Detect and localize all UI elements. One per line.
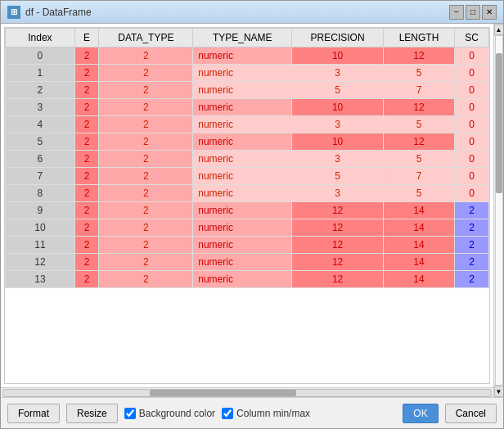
table-row: 522numeric10120 bbox=[6, 133, 489, 151]
cell-e: 2 bbox=[74, 237, 99, 254]
cell-index: 4 bbox=[6, 116, 75, 133]
cell-index: 11 bbox=[6, 237, 75, 254]
cell-type_name: numeric bbox=[193, 254, 292, 271]
cell-type_name: numeric bbox=[193, 47, 292, 65]
minimize-button[interactable]: − bbox=[449, 5, 464, 20]
table-row: 1222numeric12142 bbox=[6, 254, 489, 271]
cell-type_name: numeric bbox=[193, 133, 292, 151]
cell-precision: 3 bbox=[292, 151, 384, 168]
table-row: 922numeric12142 bbox=[6, 202, 489, 219]
cell-e: 2 bbox=[74, 168, 99, 185]
vertical-scrollbar[interactable]: ▲ ▼ bbox=[493, 24, 503, 397]
cell-data_type: 2 bbox=[99, 202, 193, 219]
main-window: ⊞ df - DataFrame − □ ✕ Index E DATA_TYPE bbox=[0, 0, 504, 429]
cell-data_type: 2 bbox=[99, 116, 193, 133]
cell-type_name: numeric bbox=[193, 271, 292, 288]
title-controls[interactable]: − □ ✕ bbox=[449, 5, 497, 20]
cell-e: 2 bbox=[74, 99, 99, 116]
cancel-button[interactable]: Cancel bbox=[445, 404, 497, 423]
cell-precision: 10 bbox=[292, 47, 384, 65]
cell-data_type: 2 bbox=[99, 65, 193, 82]
window-icon: ⊞ bbox=[7, 6, 20, 19]
cell-sc: 0 bbox=[455, 185, 489, 202]
scroll-down-button[interactable]: ▼ bbox=[494, 386, 504, 397]
cell-sc: 0 bbox=[455, 151, 489, 168]
cell-e: 2 bbox=[74, 271, 99, 288]
cell-data_type: 2 bbox=[99, 271, 193, 288]
cell-type_name: numeric bbox=[193, 185, 292, 202]
cell-e: 2 bbox=[74, 47, 99, 65]
table-row: 1322numeric12142 bbox=[6, 271, 489, 288]
cell-precision: 3 bbox=[292, 65, 384, 82]
cell-data_type: 2 bbox=[99, 185, 193, 202]
table-container[interactable]: Index E DATA_TYPE TYPE_NAME PRECISION LE… bbox=[4, 27, 490, 384]
cell-precision: 3 bbox=[292, 116, 384, 133]
cell-index: 1 bbox=[6, 65, 75, 82]
cell-sc: 2 bbox=[455, 254, 489, 271]
cell-data_type: 2 bbox=[99, 237, 193, 254]
table-row: 622numeric350 bbox=[6, 151, 489, 168]
cell-index: 12 bbox=[6, 254, 75, 271]
window-title: df - DataFrame bbox=[25, 7, 92, 18]
cell-e: 2 bbox=[74, 202, 99, 219]
cell-sc: 0 bbox=[455, 82, 489, 99]
table-scroll-area: Index E DATA_TYPE TYPE_NAME PRECISION LE… bbox=[1, 24, 493, 397]
cell-type_name: numeric bbox=[193, 65, 292, 82]
col-header-data-type[interactable]: DATA_TYPE bbox=[99, 29, 193, 47]
cell-index: 2 bbox=[6, 82, 75, 99]
cell-data_type: 2 bbox=[99, 133, 193, 151]
cell-length: 7 bbox=[383, 168, 454, 185]
cell-data_type: 2 bbox=[99, 219, 193, 237]
ok-button[interactable]: OK bbox=[403, 404, 438, 423]
column-minmax-checkbox[interactable] bbox=[222, 408, 233, 419]
cell-type_name: numeric bbox=[193, 99, 292, 116]
horizontal-scrollbar-area bbox=[1, 387, 493, 397]
cell-sc: 2 bbox=[455, 237, 489, 254]
resize-button[interactable]: Resize bbox=[66, 404, 118, 423]
scroll-track[interactable] bbox=[495, 35, 503, 386]
cell-length: 14 bbox=[383, 271, 454, 288]
col-header-type-name[interactable]: TYPE_NAME bbox=[193, 29, 292, 47]
cell-sc: 0 bbox=[455, 168, 489, 185]
cell-e: 2 bbox=[74, 254, 99, 271]
cell-length: 7 bbox=[383, 82, 454, 99]
background-color-checkbox[interactable] bbox=[124, 408, 136, 419]
title-bar: ⊞ df - DataFrame − □ ✕ bbox=[1, 1, 503, 24]
content-area: Index E DATA_TYPE TYPE_NAME PRECISION LE… bbox=[1, 24, 503, 397]
cell-precision: 5 bbox=[292, 82, 384, 99]
col-header-precision[interactable]: PRECISION bbox=[292, 29, 384, 47]
cell-sc: 0 bbox=[455, 133, 489, 151]
cell-length: 14 bbox=[383, 237, 454, 254]
data-table: Index E DATA_TYPE TYPE_NAME PRECISION LE… bbox=[5, 28, 489, 288]
cell-sc: 2 bbox=[455, 219, 489, 237]
background-color-label: Background color bbox=[139, 408, 215, 419]
cell-data_type: 2 bbox=[99, 47, 193, 65]
col-header-index[interactable]: Index bbox=[6, 29, 75, 47]
cell-sc: 2 bbox=[455, 271, 489, 288]
cell-precision: 12 bbox=[292, 219, 384, 237]
cell-data_type: 2 bbox=[99, 82, 193, 99]
cell-type_name: numeric bbox=[193, 202, 292, 219]
cell-index: 9 bbox=[6, 202, 75, 219]
col-header-length[interactable]: LENGTH bbox=[383, 29, 454, 47]
format-button[interactable]: Format bbox=[7, 404, 60, 423]
cell-precision: 10 bbox=[292, 99, 384, 116]
cell-length: 5 bbox=[383, 151, 454, 168]
col-header-sc[interactable]: SC bbox=[455, 29, 489, 47]
background-color-group: Background color bbox=[124, 408, 215, 419]
maximize-button[interactable]: □ bbox=[466, 5, 480, 20]
cell-e: 2 bbox=[74, 151, 99, 168]
cell-data_type: 2 bbox=[99, 99, 193, 116]
col-header-e[interactable]: E bbox=[74, 29, 99, 47]
cell-e: 2 bbox=[74, 219, 99, 237]
cell-length: 5 bbox=[383, 185, 454, 202]
column-minmax-group: Column min/max bbox=[222, 408, 310, 419]
scroll-up-button[interactable]: ▲ bbox=[494, 24, 504, 35]
cell-length: 12 bbox=[383, 99, 454, 116]
cell-index: 13 bbox=[6, 271, 75, 288]
horizontal-scrollbar[interactable] bbox=[2, 389, 492, 397]
bottom-bar: Format Resize Background color Column mi… bbox=[1, 397, 503, 428]
close-button[interactable]: ✕ bbox=[482, 5, 497, 20]
cell-sc: 0 bbox=[455, 116, 489, 133]
cell-sc: 0 bbox=[455, 99, 489, 116]
